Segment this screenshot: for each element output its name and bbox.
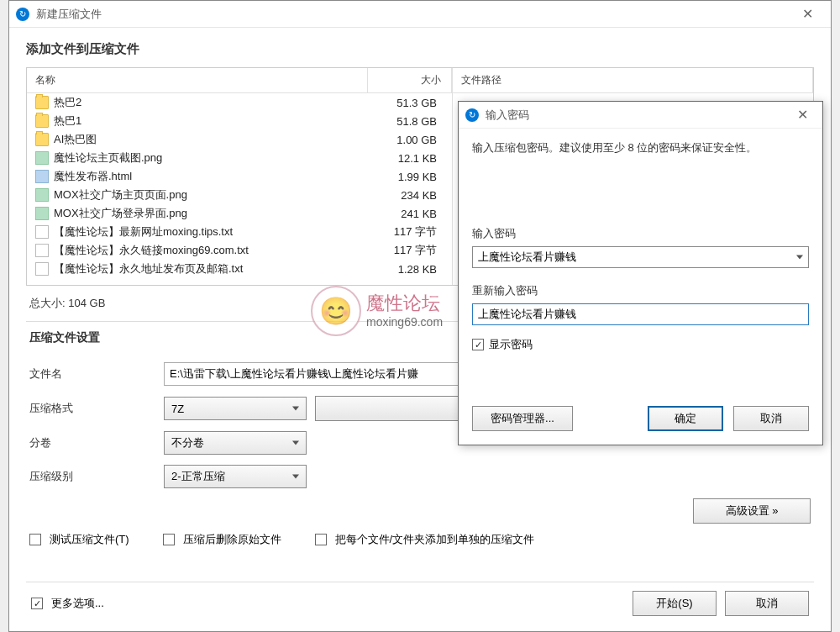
dialog-title: 输入密码 [486, 108, 789, 123]
file-size: 51.3 GB [360, 97, 444, 109]
file-name: MOX社交广场登录界面.png [54, 206, 187, 221]
file-name: 热巴2 [54, 95, 81, 110]
file-name: 【魔性论坛】永久链接moxing69.com.txt [54, 243, 249, 258]
cancel-button[interactable]: 取消 [725, 591, 809, 616]
label-level: 压缩级别 [29, 469, 155, 484]
file-row[interactable]: 魔性论坛主页截图.png12.1 KB [27, 149, 452, 167]
checkbox-show-password[interactable] [472, 339, 484, 350]
level-select[interactable]: 2-正常压缩 [164, 465, 307, 488]
png-icon [35, 188, 49, 202]
window-title: 新建压缩文件 [36, 7, 790, 22]
checkbox-each-separate[interactable] [315, 534, 327, 545]
label-reenter-password: 重新输入密码 [472, 283, 809, 298]
html-icon [35, 170, 49, 183]
label-test: 测试压缩文件(T) [50, 532, 129, 547]
format-select[interactable]: 7Z [164, 397, 307, 420]
file-row[interactable]: 热巴151.8 GB [27, 112, 452, 130]
file-name: MOX社交广场主页页面.png [54, 187, 187, 203]
file-name: AI热巴图 [54, 132, 97, 147]
col-name[interactable]: 名称 [27, 68, 368, 92]
app-icon: ↻ [16, 8, 29, 21]
label-more-options[interactable]: 更多选项... [51, 596, 104, 611]
password-confirm-input[interactable] [472, 303, 809, 325]
dialog-close-icon[interactable]: ✕ [789, 107, 816, 123]
dialog-cancel-button[interactable]: 取消 [733, 406, 809, 431]
txt-icon [35, 244, 49, 257]
app-icon: ↻ [465, 108, 479, 122]
main-heading: 添加文件到压缩文件 [26, 41, 814, 57]
volume-select[interactable]: 不分卷 [164, 431, 307, 455]
file-size: 51.8 GB [360, 115, 444, 128]
file-name: 魔性论坛主页截图.png [54, 150, 162, 166]
dialog-titlebar: ↻ 输入密码 ✕ [459, 102, 822, 129]
file-size: 234 KB [360, 189, 444, 202]
txt-icon [35, 225, 49, 239]
file-name: 热巴1 [54, 113, 81, 129]
file-row[interactable]: 热巴251.3 GB [27, 93, 452, 112]
password-dialog: ↻ 输入密码 ✕ 输入压缩包密码。建议使用至少 8 位的密码来保证安全性。 输入… [458, 101, 823, 445]
file-size: 117 字节 [360, 243, 444, 258]
label-enter-password: 输入密码 [472, 226, 809, 241]
titlebar: ↻ 新建压缩文件 ✕ [9, 1, 831, 28]
file-size: 117 字节 [360, 224, 444, 240]
file-row[interactable]: 【魔性论坛】最新网址moxing.tips.txt117 字节 [27, 223, 452, 241]
file-list[interactable]: 名称 大小 热巴251.3 GB热巴151.8 GBAI热巴图1.00 GB魔性… [27, 68, 452, 285]
folder-icon [35, 96, 49, 109]
col-path[interactable]: 文件路径 [453, 68, 813, 92]
file-size: 12.1 KB [360, 152, 444, 165]
file-name: 【魔性论坛】最新网址moxing.tips.txt [54, 224, 233, 240]
dialog-ok-button[interactable]: 确定 [648, 406, 723, 431]
file-name: 【魔性论坛】永久地址发布页及邮箱.txt [54, 261, 243, 276]
start-button[interactable]: 开始(S) [633, 591, 717, 616]
folder-icon [35, 133, 49, 146]
advanced-button[interactable]: 高级设置 » [693, 498, 811, 524]
password-combobox[interactable]: 上魔性论坛看片赚钱 [472, 246, 809, 268]
checkbox-more-options[interactable]: ✓ [31, 598, 43, 609]
txt-icon [35, 262, 49, 276]
file-size: 1.00 GB [360, 134, 444, 146]
file-list-header: 名称 大小 [27, 68, 452, 93]
footer: ✓ 更多选项... 开始(S) 取消 [26, 582, 814, 624]
file-row[interactable]: 【魔性论坛】永久地址发布页及邮箱.txt1.28 KB [27, 260, 452, 278]
file-name: 魔性发布器.html [54, 169, 132, 184]
label-delete-after: 压缩后删除原始文件 [183, 532, 281, 547]
file-size: 1.28 KB [360, 263, 444, 276]
folder-icon [35, 114, 49, 128]
checkbox-delete-after[interactable] [163, 534, 175, 545]
label-format: 压缩格式 [29, 401, 155, 416]
png-icon [35, 151, 49, 165]
file-row[interactable]: MOX社交广场登录界面.png241 KB [27, 204, 452, 223]
label-show-password: 显示密码 [489, 337, 533, 352]
file-row[interactable]: 【魔性论坛】永久链接moxing69.com.txt117 字节 [27, 241, 452, 260]
col-size[interactable]: 大小 [368, 68, 452, 92]
dialog-hint: 输入压缩包密码。建议使用至少 8 位的密码来保证安全性。 [472, 140, 809, 155]
png-icon [35, 207, 49, 220]
label-volume: 分卷 [29, 435, 155, 450]
file-row[interactable]: AI热巴图1.00 GB [27, 130, 452, 149]
file-row[interactable]: 魔性发布器.html1.99 KB [27, 167, 452, 186]
close-icon[interactable]: ✕ [790, 6, 824, 22]
file-size: 1.99 KB [360, 171, 444, 183]
checkbox-test[interactable] [29, 534, 41, 545]
label-each-separate: 把每个文件/文件夹添加到单独的压缩文件 [335, 532, 535, 547]
file-size: 241 KB [360, 208, 444, 220]
password-manager-button[interactable]: 密码管理器... [472, 406, 573, 431]
label-filename: 文件名 [29, 366, 155, 382]
file-row[interactable]: MOX社交广场主页页面.png234 KB [27, 186, 452, 204]
